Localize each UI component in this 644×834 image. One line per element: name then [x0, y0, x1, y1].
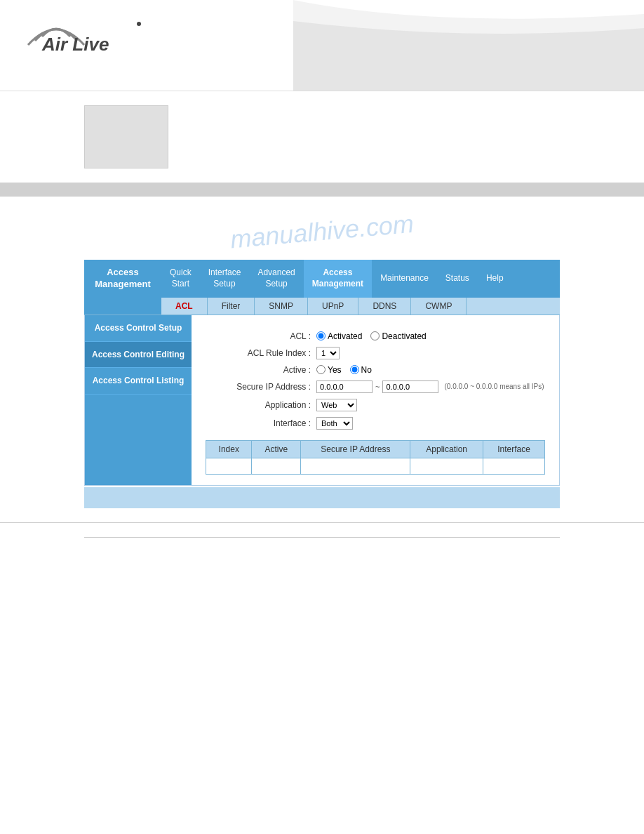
active-no-label: No	[361, 365, 372, 375]
secure-ip-to-input[interactable]	[382, 380, 438, 393]
nav-items: Quick Start Interface Setup Advanced Set…	[161, 260, 560, 298]
sub-nav-filter[interactable]: Filter	[208, 298, 255, 315]
rule-index-select[interactable]: 1234 5678	[316, 347, 340, 359]
form-area: ACL : Activated Deactivated ACL Rule Ind…	[192, 315, 559, 485]
sidebar-item-access-control-listing[interactable]: Access Control Listing	[85, 368, 192, 395]
active-no-option[interactable]: No	[350, 365, 372, 375]
col-application: Application	[410, 440, 483, 458]
cell-index	[206, 458, 252, 474]
interface-label: Interface :	[206, 418, 311, 428]
nav-brand-label: Access Management	[84, 260, 161, 298]
rule-index-label: ACL Rule Index :	[206, 348, 311, 358]
rule-index-row: ACL Rule Index : 1234 5678	[206, 347, 545, 359]
nav-bar: Access Management Quick Start Interface …	[84, 260, 560, 298]
main-content: Access Management Quick Start Interface …	[84, 260, 560, 508]
table-header-row: Index Active Secure IP Address Applicati…	[206, 440, 545, 458]
sub-nav-acl[interactable]: ACL	[161, 298, 208, 315]
cell-application	[410, 458, 483, 474]
sub-nav-left-spacer	[84, 298, 161, 315]
application-label: Application :	[206, 400, 311, 410]
table-container: Index Active Secure IP Address Applicati…	[206, 440, 545, 475]
access-control-table: Index Active Secure IP Address Applicati…	[206, 440, 545, 475]
secure-ip-label: Secure IP Address :	[206, 382, 311, 392]
sub-nav-snmp[interactable]: SNMP	[255, 298, 308, 315]
sidebar-item-access-control-editing[interactable]: Access Control Editing	[85, 342, 192, 369]
header-decoration	[293, 0, 644, 91]
nav-item-advanced-setup[interactable]: Advanced Setup	[249, 260, 303, 298]
cell-active	[252, 458, 301, 474]
sub-nav-ddns[interactable]: DDNS	[358, 298, 411, 315]
active-yes-option[interactable]: Yes	[316, 365, 342, 375]
image-placeholder	[84, 105, 168, 168]
acl-activated-radio[interactable]	[316, 331, 326, 340]
rule-index-control: 1234 5678	[316, 347, 340, 359]
acl-activated-label: Activated	[328, 331, 362, 341]
nav-item-status[interactable]: Status	[437, 260, 478, 298]
secure-ip-from-input[interactable]	[316, 380, 373, 393]
watermark-area: manualhive.com	[0, 204, 644, 260]
content-area: Access Control Setup Access Control Edit…	[84, 315, 560, 486]
active-label: Active :	[206, 365, 311, 375]
ip-range-separator: ~	[375, 383, 380, 391]
footer-area	[0, 522, 644, 567]
acl-row: ACL : Activated Deactivated	[206, 331, 545, 341]
bottom-bar	[84, 487, 560, 508]
col-active: Active	[252, 440, 301, 458]
acl-activated-option[interactable]: Activated	[316, 331, 362, 341]
sub-nav-cwmp[interactable]: CWMP	[411, 298, 467, 315]
interface-select[interactable]: BothLANWAN	[316, 417, 353, 430]
acl-deactivated-radio[interactable]	[370, 331, 380, 340]
sub-nav: ACL Filter SNMP UPnP DDNS CWMP	[84, 298, 560, 315]
active-no-radio[interactable]	[350, 365, 359, 374]
svg-text:Air Live: Air Live	[41, 34, 109, 53]
nav-item-help[interactable]: Help	[478, 260, 512, 298]
gray-bar	[0, 183, 644, 197]
nav-item-interface-setup[interactable]: Interface Setup	[200, 260, 250, 298]
svg-point-1	[137, 22, 141, 26]
cell-interface	[483, 458, 544, 474]
acl-deactivated-option[interactable]: Deactivated	[370, 331, 426, 341]
ip-hint: (0.0.0.0 ~ 0.0.0.0 means all IPs)	[444, 383, 544, 390]
sub-nav-items: ACL Filter SNMP UPnP DDNS CWMP	[161, 298, 560, 315]
active-row: Active : Yes No	[206, 365, 545, 375]
nav-item-quick-start[interactable]: Quick Start	[161, 260, 200, 298]
sub-nav-upnp[interactable]: UPnP	[308, 298, 358, 315]
application-row: Application : WebTelnetFTP ICMPSNMPAll	[206, 399, 545, 411]
application-select[interactable]: WebTelnetFTP ICMPSNMPAll	[316, 399, 357, 411]
header: Air Live	[0, 0, 644, 91]
active-radio-group: Yes No	[316, 365, 372, 375]
watermark: manualhive.com	[229, 209, 415, 255]
interface-control: BothLANWAN	[316, 417, 353, 430]
secure-ip-row: Secure IP Address : ~ (0.0.0.0 ~ 0.0.0.0…	[206, 380, 545, 393]
nav-item-access-management[interactable]: Access Management	[304, 260, 372, 298]
sidebar: Access Control Setup Access Control Edit…	[85, 315, 192, 485]
sidebar-item-access-control-setup[interactable]: Access Control Setup	[85, 315, 192, 342]
col-secure-ip: Secure IP Address	[301, 440, 410, 458]
application-control: WebTelnetFTP ICMPSNMPAll	[316, 399, 357, 411]
footer-text	[84, 545, 560, 553]
table-row	[206, 458, 545, 474]
acl-deactivated-label: Deactivated	[382, 331, 426, 341]
interface-row: Interface : BothLANWAN	[206, 417, 545, 430]
col-index: Index	[206, 440, 252, 458]
logo: Air Live	[21, 14, 147, 55]
ip-range-control: ~ (0.0.0.0 ~ 0.0.0.0 means all IPs)	[316, 380, 544, 393]
cell-secure-ip	[301, 458, 410, 474]
acl-label: ACL :	[206, 331, 311, 341]
acl-radio-group: Activated Deactivated	[316, 331, 427, 341]
active-yes-label: Yes	[328, 365, 342, 375]
active-yes-radio[interactable]	[316, 365, 326, 374]
col-interface: Interface	[483, 440, 544, 458]
nav-item-maintenance[interactable]: Maintenance	[372, 260, 437, 298]
